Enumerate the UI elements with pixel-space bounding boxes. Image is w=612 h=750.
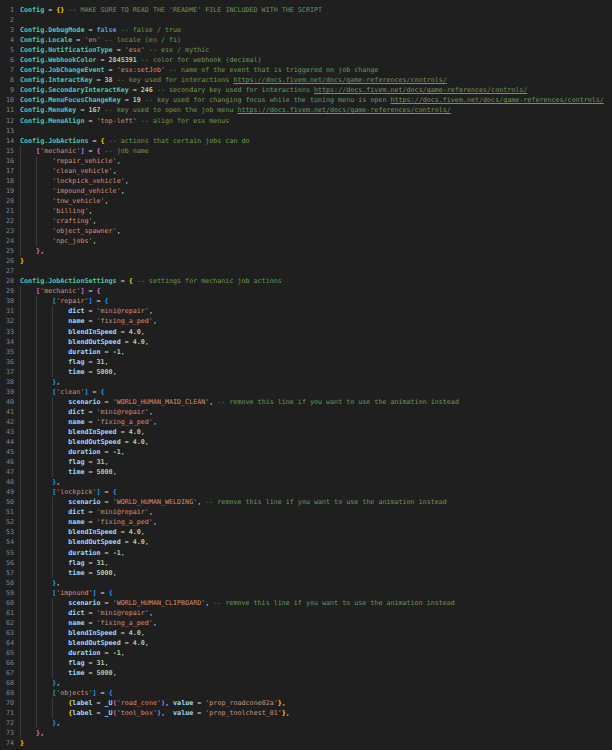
code-text[interactable]: ['impound'] = { [20, 588, 612, 598]
code-line[interactable]: 66 flag = 31, [0, 658, 612, 668]
code-line[interactable]: 67 time = 5000, [0, 668, 612, 678]
code-line[interactable]: 29 ['mechanic'] = { [0, 286, 612, 296]
code-text[interactable]: Config.NotificationType = 'esx' -- esx /… [20, 45, 612, 55]
code-line[interactable]: 17 'clean_vehicle', [0, 166, 612, 176]
code-line[interactable]: 26} [0, 256, 612, 266]
code-line[interactable]: 25 }, [0, 246, 612, 256]
code-line[interactable]: 59 ['impound'] = { [0, 588, 612, 598]
code-line[interactable]: 32 name = 'fixing_a_ped', [0, 316, 612, 326]
code-line[interactable]: 64 blendOutSpeed = 4.0, [0, 638, 612, 648]
code-line[interactable]: 53 blendInSpeed = 4.0, [0, 527, 612, 537]
code-line[interactable]: 11Config.MenuKey = 167 -- key used to op… [0, 105, 612, 115]
code-text[interactable]: blendOutSpeed = 4.0, [20, 537, 612, 547]
code-line[interactable]: 43 blendInSpeed = 4.0, [0, 427, 612, 437]
code-line[interactable]: 69 ['objects'] = { [0, 688, 612, 698]
code-line[interactable]: 3Config.DebugMode = false -- false / tru… [0, 25, 612, 35]
code-text[interactable]: ['lockpick'] = { [20, 487, 612, 497]
code-text[interactable]: } [20, 256, 612, 266]
code-text[interactable]: duration = -1, [20, 548, 612, 558]
code-line[interactable]: 73 }, [0, 728, 612, 738]
code-line[interactable]: 13 [0, 126, 612, 136]
code-text[interactable]: dict = 'mini@repair', [20, 608, 612, 618]
code-line[interactable]: 49 ['lockpick'] = { [0, 487, 612, 497]
code-text[interactable]: dict = 'mini@repair', [20, 407, 612, 417]
code-text[interactable]: Config.WebhookColor = 2845391 -- color f… [20, 55, 612, 65]
code-text[interactable]: name = 'fixing_a_ped', [20, 316, 612, 326]
code-text[interactable]: 'repair_vehicle', [20, 156, 612, 166]
code-line[interactable]: 54 blendOutSpeed = 4.0, [0, 537, 612, 547]
code-text[interactable]: duration = -1, [20, 347, 612, 357]
code-text[interactable]: scenario = 'WORLD_HUMAN_CLIPBOARD', -- r… [20, 598, 612, 608]
code-line[interactable]: 58 }, [0, 578, 612, 588]
code-line[interactable]: 74} [0, 738, 612, 748]
code-line[interactable]: 24 'npc_jobs', [0, 236, 612, 246]
code-text[interactable]: }, [20, 728, 612, 738]
code-line[interactable]: 28Config.JobActionSettings = { -- settin… [0, 276, 612, 286]
code-text[interactable]: 'impound_vehicle', [20, 186, 612, 196]
code-text[interactable]: 'clean_vehicle', [20, 166, 612, 176]
code-line[interactable]: 61 dict = 'mini@repair', [0, 608, 612, 618]
code-line[interactable]: 18 'lockpick_vehicle', [0, 176, 612, 186]
code-text[interactable]: ['objects'] = { [20, 688, 612, 698]
code-text[interactable]: 'tow_vehicle', [20, 196, 612, 206]
code-line[interactable]: 72 }, [0, 718, 612, 728]
code-line[interactable]: 47 time = 5000, [0, 467, 612, 477]
code-line[interactable]: 22 'crafting', [0, 216, 612, 226]
code-text[interactable]: time = 5000, [20, 467, 612, 477]
code-text[interactable]: }, [20, 246, 612, 256]
code-text[interactable]: ['clean'] = { [20, 387, 612, 397]
code-text[interactable]: 'crafting', [20, 216, 612, 226]
code-line[interactable]: 44 blendOutSpeed = 4.0, [0, 437, 612, 447]
code-line[interactable]: 10Config.MenuFocusChangeKey = 19 -- key … [0, 95, 612, 105]
code-line[interactable]: 42 name = 'fixing_a_ped', [0, 417, 612, 427]
code-line[interactable]: 57 time = 5000, [0, 568, 612, 578]
code-line[interactable]: 27 [0, 266, 612, 276]
code-line[interactable]: 1Config = {} -- MAKE SURE TO READ THE 'R… [0, 5, 612, 15]
code-line[interactable]: 38 }, [0, 377, 612, 387]
code-text[interactable]: Config.JobChangeEvent = 'esx:setJob' -- … [20, 65, 612, 75]
code-line[interactable]: 60 scenario = 'WORLD_HUMAN_CLIPBOARD', -… [0, 598, 612, 608]
code-text[interactable]: }, [20, 477, 612, 487]
code-text[interactable]: {label = _U('tool_box'), value = 'prop_t… [20, 708, 612, 718]
code-text[interactable]: name = 'fixing_a_ped', [20, 517, 612, 527]
code-line[interactable]: 8Config.InteractKey = 38 -- key used for… [0, 75, 612, 85]
code-line[interactable]: 70 {label = _U('road_cone'), value = 'pr… [0, 698, 612, 708]
code-text[interactable]: 'npc_jobs', [20, 236, 612, 246]
code-text[interactable]: blendOutSpeed = 4.0, [20, 337, 612, 347]
code-line[interactable]: 34 blendOutSpeed = 4.0, [0, 337, 612, 347]
code-text[interactable]: Config.MenuKey = 167 -- key used to open… [20, 105, 612, 115]
code-line[interactable]: 33 blendInSpeed = 4.0, [0, 327, 612, 337]
code-line[interactable]: 65 duration = -1, [0, 648, 612, 658]
code-line[interactable]: 55 duration = -1, [0, 548, 612, 558]
code-line[interactable]: 7Config.JobChangeEvent = 'esx:setJob' --… [0, 65, 612, 75]
code-line[interactable]: 5Config.NotificationType = 'esx' -- esx … [0, 45, 612, 55]
code-text[interactable]: flag = 31, [20, 457, 612, 467]
code-text[interactable]: name = 'fixing_a_ped', [20, 417, 612, 427]
code-text[interactable]: time = 5000, [20, 568, 612, 578]
code-line[interactable]: 9Config.SecondaryInteractKey = 246 -- se… [0, 85, 612, 95]
code-text[interactable]: 'billing', [20, 206, 612, 216]
code-line[interactable]: 50 scenario = 'WORLD_HUMAN_WELDING', -- … [0, 497, 612, 507]
code-line[interactable]: 20 'tow_vehicle', [0, 196, 612, 206]
code-text[interactable]: }, [20, 678, 612, 688]
code-line[interactable]: 2 [0, 15, 612, 25]
code-line[interactable]: 71 {label = _U('tool_box'), value = 'pro… [0, 708, 612, 718]
code-line[interactable]: 30 ['repair'] = { [0, 296, 612, 306]
code-text[interactable]: flag = 31, [20, 357, 612, 367]
code-line[interactable]: 15 ['mechanic'] = { -- job name [0, 146, 612, 156]
code-text[interactable]: blendOutSpeed = 4.0, [20, 437, 612, 447]
code-text[interactable]: blendInSpeed = 4.0, [20, 527, 612, 537]
code-text[interactable]: blendOutSpeed = 4.0, [20, 638, 612, 648]
code-line[interactable]: 6Config.WebhookColor = 2845391 -- color … [0, 55, 612, 65]
code-text[interactable]: duration = -1, [20, 447, 612, 457]
code-text[interactable]: 'object_spawner', [20, 226, 612, 236]
code-text[interactable]: }, [20, 718, 612, 728]
code-text[interactable]: Config.MenuAlign = 'top-left' -- align f… [20, 116, 612, 126]
code-line[interactable]: 41 dict = 'mini@repair', [0, 407, 612, 417]
code-text[interactable]: Config = {} -- MAKE SURE TO READ THE 'RE… [20, 5, 612, 15]
code-text[interactable]: Config.Locale = 'en' -- locale (en / fi) [20, 35, 612, 45]
code-text[interactable]: flag = 31, [20, 658, 612, 668]
code-line[interactable]: 37 time = 5000, [0, 367, 612, 377]
code-text[interactable]: }, [20, 377, 612, 387]
code-line[interactable]: 21 'billing', [0, 206, 612, 216]
